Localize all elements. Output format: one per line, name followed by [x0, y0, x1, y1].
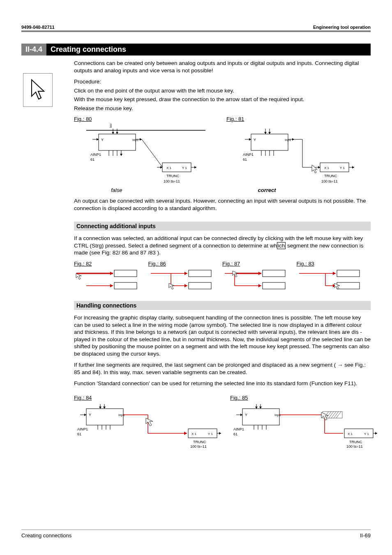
svg-rect-61: [114, 282, 137, 289]
svg-marker-112: [240, 414, 242, 416]
svg-marker-91: [103, 407, 106, 409]
footer-right: II-69: [360, 532, 371, 539]
svg-text:100 ts=11: 100 ts=11: [190, 444, 207, 448]
figure-87-label: Fig.: 87: [222, 261, 297, 267]
svg-text:Y: Y: [89, 413, 91, 417]
figure-84-label: Fig.: 84: [74, 395, 222, 401]
figure-83-diagram: [297, 268, 367, 291]
figure-84-diagram: Y Inp1 AINP1 61 X: [74, 402, 222, 448]
procedure-step-3: Release the mouse key.: [74, 105, 371, 112]
svg-text:Y 1: Y 1: [340, 166, 345, 170]
svg-marker-71: [258, 272, 261, 275]
figure-86-label: Fig.: 86: [148, 261, 223, 267]
page-header: 9499-040-82711 Engineering tool operatio…: [21, 25, 371, 30]
svg-rect-58: [114, 270, 137, 277]
cursor-icon: [23, 73, 53, 107]
svg-text:X 1: X 1: [348, 432, 353, 436]
svg-marker-78: [333, 272, 336, 275]
subheading-additional-inputs: Connecting additional inputs: [74, 222, 371, 231]
svg-text:Y 1: Y 1: [208, 432, 213, 436]
svg-rect-83: [337, 282, 360, 289]
svg-text:Y 1: Y 1: [182, 166, 187, 170]
svg-rect-68: [189, 282, 211, 289]
figure-81-diagram: Y Inp1 AINP1 61 X 1: [226, 124, 358, 185]
svg-text:AINP1: AINP1: [90, 153, 101, 157]
svg-marker-139: [375, 432, 377, 435]
svg-text:AINP1: AINP1: [233, 427, 244, 431]
footer-left: Creating connections: [21, 532, 71, 539]
svg-marker-37: [268, 132, 271, 134]
svg-marker-102: [184, 432, 187, 435]
svg-line-20: [142, 139, 162, 167]
page: 9499-040-82711 Engineering tool operatio…: [0, 0, 392, 555]
figure-87: Fig.: 87: [222, 261, 297, 291]
body-column: Connections can be created only between …: [74, 60, 371, 448]
svg-rect-30: [251, 134, 288, 150]
svg-text:TRUNC: TRUNC: [324, 174, 337, 178]
svg-marker-63: [184, 272, 187, 275]
svg-marker-3: [97, 138, 99, 141]
svg-rect-79: [337, 270, 360, 277]
caption-false: false: [111, 187, 122, 193]
svg-marker-117: [259, 407, 262, 409]
svg-text:Y: Y: [245, 413, 247, 417]
svg-text:X 1: X 1: [166, 166, 172, 170]
svg-line-132: [331, 412, 336, 418]
handling-p1: For increasing the graphic display clari…: [74, 314, 371, 357]
figure-85-label: Fig.: 85: [230, 395, 378, 401]
header-rule: [21, 30, 371, 32]
figure-80-label: Fig.: 80: [74, 116, 218, 122]
handling-p2: If further line segments are required, t…: [74, 361, 371, 376]
svg-line-134: [336, 412, 341, 418]
figure-row-84-85: Fig.: 84 Y Inp1 AINP1 61: [74, 395, 371, 448]
svg-text:100 ts=11: 100 ts=11: [346, 444, 363, 448]
svg-line-133: [334, 412, 339, 418]
svg-text:100 ts=11: 100 ts=11: [321, 179, 338, 183]
caption-row: false correct: [74, 187, 371, 193]
footer-rule: [21, 530, 371, 530]
svg-marker-6: [112, 132, 114, 134]
svg-marker-44: [292, 138, 294, 141]
svg-text:61: 61: [77, 432, 81, 436]
svg-text:Y 1: Y 1: [364, 432, 369, 436]
svg-text:61: 61: [233, 432, 238, 436]
svg-rect-76: [263, 282, 285, 289]
svg-rect-1: [99, 134, 136, 150]
after-figs-paragraph: An output can be connected with several …: [74, 197, 371, 212]
figure-87-diagram: [222, 268, 292, 291]
svg-marker-32: [249, 138, 251, 141]
svg-text:Inp1: Inp1: [285, 138, 291, 142]
svg-text:AINP1: AINP1: [243, 153, 254, 157]
page-footer: Creating connections II-69: [21, 530, 371, 539]
svg-marker-67: [184, 284, 187, 287]
svg-marker-35: [264, 132, 267, 134]
figure-82-label: Fig.: 82: [74, 261, 148, 267]
figure-81-label: Fig.: 81: [226, 116, 371, 122]
caption-correct: correct: [258, 187, 276, 193]
svg-marker-86: [84, 414, 86, 416]
additional-inputs-paragraph: If a connection was selected, an additio…: [74, 235, 371, 257]
section-title: Creating connections: [46, 44, 371, 56]
header-left: 9499-040-82711: [21, 25, 55, 30]
svg-rect-72: [263, 270, 285, 277]
svg-text:100 ts=11: 100 ts=11: [164, 179, 180, 183]
svg-line-130: [326, 412, 331, 418]
svg-text:TRUNC: TRUNC: [349, 440, 362, 444]
svg-text:TRUNC: TRUNC: [166, 174, 180, 178]
procedure-label: Procedure:: [74, 78, 371, 86]
svg-marker-11: [120, 154, 122, 156]
svg-marker-57: [110, 272, 113, 275]
figure-85-diagram: Y Inp1 AINP1 61: [230, 402, 378, 448]
svg-marker-107: [219, 432, 221, 435]
svg-marker-115: [255, 407, 258, 409]
figure-row-80-81: Fig.: 80 Y lock Inp1 AINP1: [74, 116, 371, 185]
svg-line-131: [329, 412, 334, 418]
section-number: II-4.4: [21, 44, 46, 56]
figure-80: Fig.: 80 Y lock Inp1 AINP1: [74, 116, 218, 185]
figure-80-diagram: Y lock Inp1 AINP1 61 X 1: [74, 124, 205, 185]
procedure-step-1: Click on the end point of the output arr…: [74, 87, 371, 95]
svg-text:AINP1: AINP1: [77, 427, 88, 431]
handling-p3: Function 'Standard connection' can be us…: [74, 380, 371, 387]
svg-rect-110: [242, 409, 279, 425]
svg-marker-75: [258, 284, 261, 287]
